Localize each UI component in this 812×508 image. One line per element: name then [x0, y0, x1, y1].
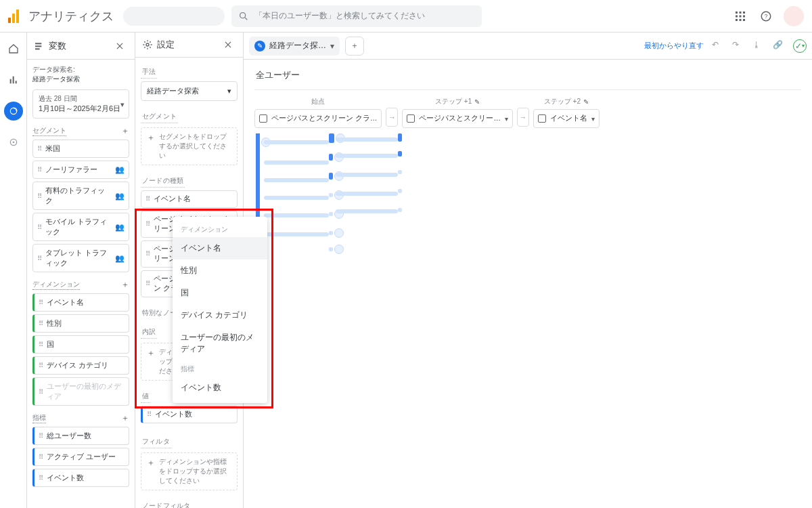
variables-panel: 変数 データ探索名: 経路データ探索 過去 28 日間 1月10日～2025年2…: [27, 33, 135, 508]
step-value: イベント名: [550, 114, 587, 123]
explore-name-value[interactable]: 経路データ探索: [32, 75, 129, 84]
context-menu: ディメンション イベント名 性別 国 デバイス カテゴリ ユーザーの最初のメディ…: [173, 217, 267, 403]
step-box-2[interactable]: イベント名▾: [533, 109, 600, 128]
search-input[interactable]: 「本日のユーザー数」と検索してみてください: [231, 5, 482, 27]
nav-ads-icon[interactable]: [4, 133, 23, 152]
drag-icon: ⠿: [37, 224, 41, 231]
share-icon[interactable]: 🔗: [773, 40, 785, 52]
close-icon[interactable]: [112, 38, 128, 54]
flow-link: [336, 154, 398, 158]
undo-icon[interactable]: ↶: [712, 40, 724, 52]
add-segment-button[interactable]: ＋: [121, 125, 129, 137]
flow-bar: [329, 154, 333, 161]
segment-label: ノーリファラー: [45, 165, 97, 175]
svg-rect-14: [12, 77, 14, 84]
flow-bar: [329, 212, 333, 216]
run-button[interactable]: ✓▾: [793, 39, 807, 53]
step-box-0[interactable]: ページパスとスクリーン クラ…: [254, 109, 382, 128]
avatar[interactable]: [784, 6, 804, 26]
filter-dropzone[interactable]: ＋ディメンションや指標をドロップするか選択してください: [141, 452, 238, 490]
segment-chip[interactable]: ⠿米国: [32, 140, 129, 158]
dimension-chip[interactable]: ⠿性別: [32, 314, 129, 333]
download-icon[interactable]: ⭳: [752, 40, 765, 52]
property-selector[interactable]: [123, 7, 225, 26]
explore-tab[interactable]: ✎ 経路データ探… ▾: [249, 37, 340, 56]
menu-item-event-count[interactable]: イベント数: [173, 377, 267, 399]
metric-chip[interactable]: ⠿イベント数: [32, 469, 129, 487]
nav-reports-icon[interactable]: [4, 70, 23, 89]
flow-link: [264, 213, 329, 217]
add-dimension-button[interactable]: ＋: [121, 279, 129, 291]
pencil-icon[interactable]: ✎: [583, 98, 589, 106]
drag-icon: ⠿: [145, 220, 150, 228]
step-box-1[interactable]: ページパスとスクリー…▾: [402, 109, 513, 128]
add-tab-button[interactable]: ＋: [345, 37, 364, 56]
metric-chip[interactable]: ⠿総ユーザー数: [32, 427, 129, 445]
segment-dropzone[interactable]: ＋セグメントをドロップするか選択してください: [141, 127, 238, 165]
dimension-chip[interactable]: ⠿国: [32, 335, 129, 354]
menu-item-event-name[interactable]: イベント名: [173, 237, 267, 259]
metric-label: イベント数: [47, 473, 84, 483]
node-type-label: イベント名: [154, 194, 191, 204]
restart-link[interactable]: 最初からやり直す: [644, 41, 704, 51]
svg-rect-8: [736, 19, 738, 21]
flow-node[interactable]: [334, 228, 344, 238]
flow-link: [264, 161, 329, 165]
redo-icon[interactable]: ↷: [732, 40, 744, 52]
menu-item-device-category[interactable]: デバイス カテゴリ: [173, 304, 267, 326]
menu-item-country[interactable]: 国: [173, 282, 267, 304]
square-icon: [538, 114, 546, 123]
tabbar: ✎ 経路データ探… ▾ ＋ 最初からやり直す ↶ ↷ ⭳ 🔗 ✓▾: [244, 33, 812, 60]
svg-rect-10: [743, 19, 745, 21]
plus-icon: ＋: [147, 132, 155, 144]
flow-bar: [398, 189, 402, 193]
menu-item-first-user-medium[interactable]: ユーザーの最初のメディア: [173, 326, 267, 360]
dimension-label: イベント名: [47, 297, 84, 308]
filter-label: フィルタ: [141, 433, 171, 448]
metric-chip[interactable]: ⠿アクティブ ユーザー: [32, 448, 129, 466]
menu-group-dimensions: ディメンション: [173, 221, 267, 237]
nav-home-icon[interactable]: [4, 39, 23, 58]
all-users-label[interactable]: 全ユーザー: [254, 66, 301, 84]
explore-name-label: データ探索名:: [32, 65, 129, 75]
drag-icon: ⠿: [39, 341, 43, 348]
drag-icon: ⠿: [145, 250, 150, 257]
flow-bar: [398, 208, 402, 212]
segment-label: タブレット トラフィック: [45, 248, 111, 268]
drag-icon: ⠿: [147, 410, 151, 418]
segment-chip[interactable]: ⠿タブレット トラフィック👥: [32, 244, 129, 272]
segment-section-label: セグメント: [141, 108, 178, 123]
help-icon[interactable]: ?: [758, 8, 774, 24]
close-icon[interactable]: [220, 37, 236, 53]
node-type-chip[interactable]: ⠿イベント名: [141, 190, 238, 208]
metrics-label: 指標: [32, 413, 46, 423]
flow-bar: [398, 170, 402, 174]
svg-line-1: [245, 18, 247, 20]
plus-icon: ＋: [147, 457, 155, 469]
svg-rect-15: [15, 81, 16, 83]
svg-rect-2: [736, 12, 738, 14]
step-label: ステップ +1: [435, 97, 472, 106]
date-range-selector[interactable]: 過去 28 日間 1月10日～2025年2月6日 ▾: [32, 89, 129, 119]
drag-icon: ⠿: [37, 255, 41, 262]
nav-explore-icon[interactable]: [4, 102, 23, 121]
search-icon: [238, 11, 249, 22]
values-value: イベント数: [155, 410, 192, 419]
technique-select[interactable]: 経路データ探索▾: [141, 81, 238, 101]
segment-chip[interactable]: ⠿モバイル トラフィック👥: [32, 213, 129, 241]
flow-node[interactable]: [334, 245, 344, 254]
step-value: ページパスとスクリーン クラ…: [271, 114, 377, 123]
dimension-chip[interactable]: ⠿イベント名: [32, 293, 129, 312]
add-metric-button[interactable]: ＋: [121, 412, 129, 424]
apps-icon[interactable]: [732, 8, 748, 24]
dimension-label: 性別: [47, 318, 62, 329]
segment-chip[interactable]: ⠿有料のトラフィック👥: [32, 182, 129, 210]
menu-item-gender[interactable]: 性別: [173, 259, 267, 282]
segment-chip[interactable]: ⠿ノーリファラー👥: [32, 161, 129, 179]
segments-label: セグメント: [32, 126, 66, 136]
dimension-label: ユーザーの最初のメディア: [47, 381, 125, 402]
dimension-chip[interactable]: ⠿デバイス カテゴリ: [32, 356, 129, 375]
svg-point-18: [12, 142, 14, 144]
values-chip[interactable]: ⠿イベント数: [141, 406, 238, 423]
pencil-icon[interactable]: ✎: [474, 98, 480, 106]
